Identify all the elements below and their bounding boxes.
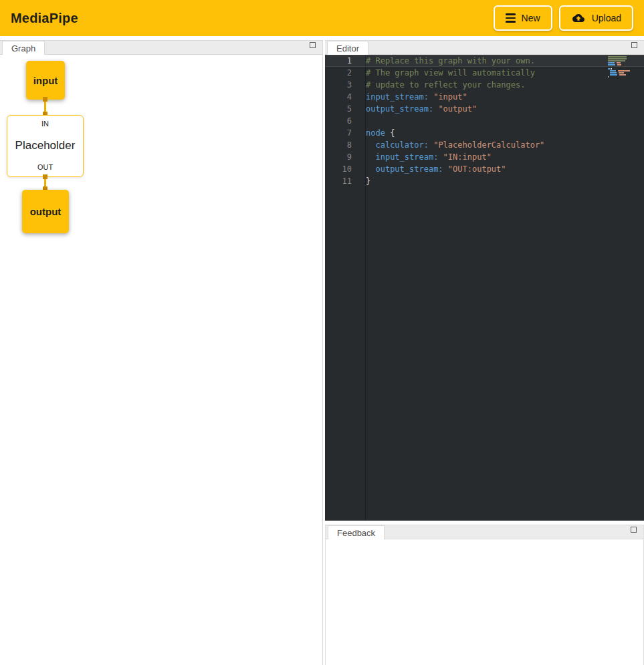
line-number: 10 bbox=[325, 163, 352, 175]
code-text: output_stream: "output" bbox=[366, 103, 477, 115]
upload-button-label: Upload bbox=[592, 13, 621, 23]
graph-panel: Graph input IN Placeholder OUT output bbox=[0, 40, 323, 665]
new-button-label: New bbox=[522, 13, 540, 23]
code-line[interactable]: 2# The graph view will automatically bbox=[325, 67, 644, 79]
placeholder-label: Placeholder bbox=[15, 139, 76, 152]
code-text: } bbox=[366, 175, 370, 187]
line-number: 2 bbox=[325, 67, 352, 79]
line-number: 9 bbox=[325, 151, 352, 163]
code-line[interactable]: 10 output_stream: "OUT:output" bbox=[325, 163, 644, 175]
graph-tab-strip: Graph bbox=[0, 40, 322, 55]
maximize-editor-icon[interactable] bbox=[631, 42, 637, 48]
app-header: MediaPipe New Upload bbox=[0, 0, 644, 36]
code-text: # The graph view will automatically bbox=[366, 67, 535, 79]
code-text: # update to reflect your changes. bbox=[366, 79, 525, 91]
placeholder-out-port: OUT bbox=[37, 163, 53, 171]
code-line[interactable]: 3# update to reflect your changes. bbox=[325, 79, 644, 91]
code-text: # Replace this graph with your own. bbox=[366, 55, 535, 67]
line-number: 3 bbox=[325, 79, 352, 91]
code-line[interactable]: 1# Replace this graph with your own. bbox=[325, 55, 644, 67]
code-line[interactable]: 7node { bbox=[325, 127, 644, 139]
upload-button[interactable]: Upload bbox=[559, 5, 633, 31]
code-line[interactable]: 11} bbox=[325, 175, 644, 187]
tab-graph[interactable]: Graph bbox=[2, 41, 45, 55]
code-text: input_stream: "input" bbox=[366, 91, 467, 103]
cloud-upload-icon bbox=[571, 12, 586, 24]
line-number: 11 bbox=[325, 175, 352, 187]
line-number: 1 bbox=[325, 55, 352, 67]
line-number: 4 bbox=[325, 91, 352, 103]
code-line[interactable]: 8 calculator: "PlaceholderCalculator" bbox=[325, 139, 644, 151]
header-buttons: New Upload bbox=[494, 5, 633, 31]
new-button[interactable]: New bbox=[494, 5, 552, 31]
line-number: 7 bbox=[325, 127, 352, 139]
graph-node-placeholder[interactable]: IN Placeholder OUT bbox=[7, 115, 84, 177]
maximize-feedback-icon[interactable] bbox=[631, 527, 637, 533]
editor-minimap[interactable] bbox=[608, 56, 643, 78]
placeholder-in-port: IN bbox=[41, 120, 49, 128]
code-text: node { bbox=[366, 127, 395, 139]
code-editor[interactable]: 1# Replace this graph with your own.2# T… bbox=[325, 55, 644, 521]
feedback-panel: Feedback bbox=[325, 525, 644, 665]
code-text: input_stream: "IN:input" bbox=[366, 151, 492, 163]
editor-panel: Editor 1# Replace this graph with your o… bbox=[325, 40, 644, 521]
editor-tab-strip: Editor bbox=[325, 40, 644, 55]
graph-canvas[interactable]: input IN Placeholder OUT output bbox=[0, 55, 322, 665]
port-square-icon bbox=[43, 97, 47, 102]
tab-editor[interactable]: Editor bbox=[327, 41, 368, 55]
code-line[interactable]: 9 input_stream: "IN:input" bbox=[325, 151, 644, 163]
graph-node-input[interactable]: input bbox=[26, 61, 65, 100]
line-number: 5 bbox=[325, 103, 352, 115]
minimap-line bbox=[608, 76, 643, 78]
editor-code-lines: 1# Replace this graph with your own.2# T… bbox=[325, 55, 644, 187]
line-number: 8 bbox=[325, 139, 352, 151]
maximize-graph-icon[interactable] bbox=[310, 42, 316, 48]
app-title: MediaPipe bbox=[11, 11, 78, 26]
tab-feedback[interactable]: Feedback bbox=[328, 525, 385, 539]
code-text: calculator: "PlaceholderCalculator" bbox=[366, 139, 544, 151]
code-line[interactable]: 5output_stream: "output" bbox=[325, 103, 644, 115]
graph-node-output[interactable]: output bbox=[22, 190, 69, 233]
menu-icon bbox=[506, 13, 516, 23]
feedback-tab-strip: Feedback bbox=[326, 525, 643, 539]
line-number: 6 bbox=[325, 115, 352, 127]
port-square-icon bbox=[43, 174, 47, 179]
code-line[interactable]: 4input_stream: "input" bbox=[325, 91, 644, 103]
feedback-content bbox=[326, 539, 643, 665]
code-line[interactable]: 6 bbox=[325, 115, 644, 127]
code-text: output_stream: "OUT:output" bbox=[366, 163, 506, 175]
